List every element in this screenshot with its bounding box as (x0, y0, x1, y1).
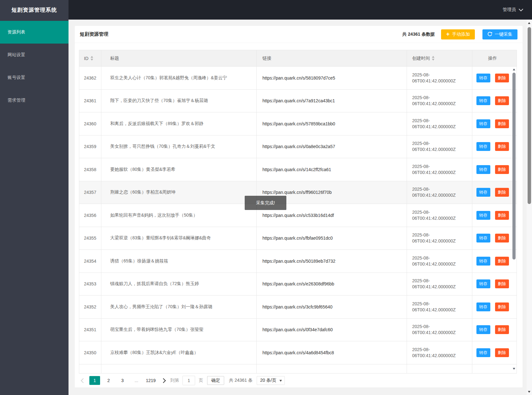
table-scrollbar[interactable] (512, 67, 516, 372)
save-button[interactable]: 转存 (476, 188, 490, 197)
page-button[interactable]: 2 (103, 376, 114, 385)
manual-add-label: 手动添加 (452, 32, 470, 37)
toolbar: 共 24361 条数据 + 手动添加 一键采集 (402, 29, 517, 39)
save-button[interactable]: 转存 (476, 211, 490, 220)
scroll-down-icon[interactable] (513, 368, 515, 370)
save-button[interactable]: 转存 (476, 234, 490, 242)
cell-created: 2025-08-06T00:41:42.000000Z (407, 112, 472, 135)
delete-button[interactable]: 删除 (495, 325, 509, 334)
confirm-button[interactable]: 确定 (207, 376, 224, 385)
table-row: 24359 美女别撩，哥只想挣钱（70集）孔奇力＆刘蔓莉&千文 https://… (79, 135, 517, 159)
page-size-value: 20 条/页 (260, 378, 276, 383)
cell-title: 要她服软（80集）黄圣桀&李若希 (101, 158, 257, 181)
page-scrollbar[interactable] (527, 20, 532, 395)
sidebar-item[interactable]: 资源列表 (0, 21, 69, 44)
save-button[interactable]: 转存 (476, 348, 490, 357)
delete-button[interactable]: 删除 (495, 165, 509, 174)
save-button[interactable]: 转存 (476, 119, 490, 128)
goto-label: 到第 (170, 378, 179, 383)
prev-page-icon[interactable] (81, 378, 86, 383)
manual-add-button[interactable]: + 手动添加 (441, 29, 475, 39)
table-row: 2025-08- (79, 364, 517, 374)
column-header-created[interactable]: 创建时间 (407, 50, 472, 66)
cell-title: 和离后，反派后娘福载天下（89集）罗欢＆郭静 (101, 112, 257, 135)
cell-created: 2025-08-06T00:41:42.000000Z (407, 250, 472, 272)
page-button[interactable]: 1219 (145, 376, 157, 385)
save-button[interactable]: 转存 (476, 165, 490, 174)
cell-link: https://pan.quark.cn/s/4a6d8454fbc8 (257, 341, 407, 364)
user-menu[interactable]: 管理员 (503, 7, 532, 13)
scrollbar-thumb[interactable] (512, 73, 516, 260)
table-row: 24355 大梁双逆（83集）董绍辉&李钊&索菲&阚琳娜&曲奇 https://… (79, 227, 517, 250)
cell-created: 2025-08-06T00:41:42.000000Z (407, 135, 472, 158)
save-button[interactable]: 转存 (476, 142, 490, 151)
delete-button[interactable]: 删除 (495, 211, 509, 220)
table-row: 24358 要她服软（80集）黄圣桀&李若希 https://pan.quark… (79, 158, 517, 181)
save-button[interactable]: 转存 (476, 302, 490, 311)
cell-created: 2025-08-06T00:41:42.000000Z (407, 204, 472, 227)
sidebar-menu: 资源列表网站设置账号设置需求管理 (0, 21, 69, 112)
column-header-actions: 操作 (472, 50, 517, 66)
sort-caret-icon[interactable] (432, 56, 434, 61)
column-header-link: 链接 (257, 50, 407, 66)
delete-button[interactable]: 删除 (495, 234, 509, 242)
sort-caret-icon[interactable] (91, 56, 93, 61)
save-button[interactable]: 转存 (476, 257, 490, 266)
cell-created: 2025-08- (407, 364, 472, 374)
cell-title: 双生之美人心计（70集）郭茗苑&越野兔（周逸峰）&姜云宁 (101, 67, 257, 89)
next-page-icon[interactable] (161, 378, 166, 383)
page-ellipsis: ... (131, 376, 142, 385)
table-row: 24360 和离后，反派后娘福载天下（89集）罗欢＆郭静 https://pan… (79, 112, 517, 135)
delete-button[interactable]: 删除 (495, 119, 509, 128)
delete-button[interactable]: 删除 (495, 348, 509, 357)
page-button[interactable]: 3 (117, 376, 128, 385)
table-row: 24352 美人攻心，男频帝王沦陷了（70集）刘一隆＆孙露璐 https://p… (79, 296, 517, 319)
resource-table: ID 标题 链接 创建时间 操作 24362 双生之美人心计（7 (79, 50, 517, 374)
cell-id (79, 364, 101, 374)
sidebar-item[interactable]: 网站设置 (0, 44, 69, 66)
save-button[interactable]: 转存 (476, 279, 490, 288)
cell-id: 24352 (79, 296, 101, 318)
cell-title: 美人攻心，男频帝王沦陷了（70集）刘一隆＆孙露璐 (101, 296, 257, 318)
goto-unit-label: 页 (199, 378, 203, 383)
scroll-up-icon[interactable] (528, 22, 530, 24)
row-actions: 转存 删除 (472, 67, 517, 89)
delete-button[interactable]: 删除 (495, 142, 509, 151)
cell-created: 2025-08-06T00:41:42.000000Z (407, 158, 472, 181)
table-row: 24351 萌宝重生后，带着妈咪惊艳九零（70集）张莹莹 https://pan… (79, 319, 517, 342)
row-actions: 转存 删除 (472, 90, 517, 112)
delete-button[interactable]: 删除 (495, 96, 509, 105)
cell-created: 2025-08-06T00:41:42.000000Z (407, 67, 472, 89)
page-button-active[interactable]: 1 (89, 376, 100, 385)
page-size-select[interactable]: 20 条/页 (257, 376, 285, 385)
row-actions: 转存 删除 (472, 250, 517, 272)
scroll-up-icon[interactable] (513, 69, 515, 70)
sidebar-item[interactable]: 账号设置 (0, 66, 69, 89)
scrollbar-thumb[interactable] (528, 27, 531, 204)
delete-button[interactable]: 删除 (495, 188, 509, 197)
chevron-down-icon (519, 7, 523, 11)
delete-button[interactable]: 删除 (495, 302, 509, 311)
save-button[interactable]: 转存 (476, 96, 490, 105)
delete-button[interactable]: 删除 (495, 279, 509, 288)
cell-id: 24355 (79, 227, 101, 250)
table-body: 24362 双生之美人心计（70集）郭茗苑&越野兔（周逸峰）&姜云宁 https… (79, 67, 517, 373)
delete-button[interactable]: 删除 (495, 74, 509, 82)
plus-icon: + (446, 31, 450, 37)
cell-created: 2025-08-06T00:41:42.000000Z (407, 319, 472, 341)
collect-button[interactable]: 一键采集 (482, 29, 517, 39)
cell-title: 荆棘之恋（60集）李柏言&周妍坤 (101, 181, 257, 204)
cell-id: 24357 (79, 181, 101, 204)
cell-link: https://pan.quark.cn/s/0f34e7dafc60 (257, 319, 407, 341)
cell-title: 大梁双逆（83集）董绍辉&李钊&索菲&阚琳娜&曲奇 (101, 227, 257, 250)
cell-id: 24351 (79, 319, 101, 341)
cell-title: 陛下，臣妾的刀又快了些（70集）崔旭宇＆杨晨璐 (101, 90, 257, 112)
refresh-icon (487, 32, 492, 37)
goto-page-input[interactable] (182, 376, 195, 385)
column-header-id[interactable]: ID (79, 50, 101, 66)
save-button[interactable]: 转存 (476, 74, 490, 82)
save-button[interactable]: 转存 (476, 325, 490, 334)
scroll-down-icon[interactable] (528, 391, 530, 393)
delete-button[interactable]: 删除 (495, 257, 509, 266)
sidebar-item[interactable]: 需求管理 (0, 89, 69, 112)
